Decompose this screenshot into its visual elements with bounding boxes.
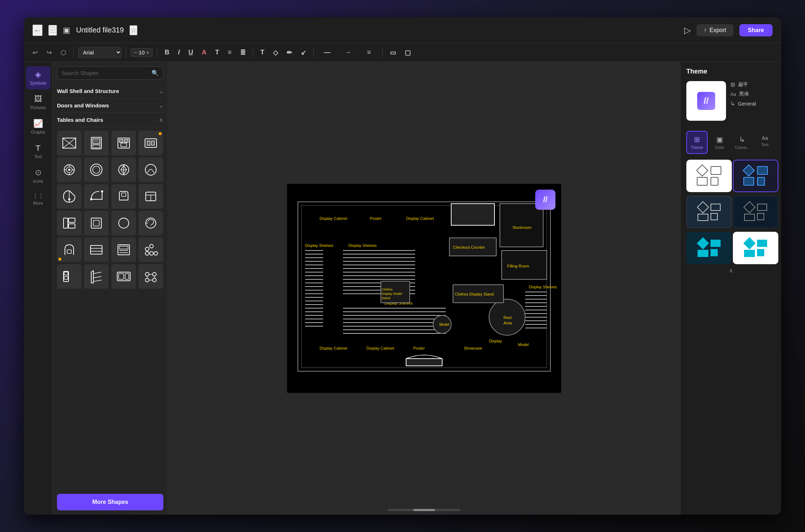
tables-section-title: Tables and Chairs: [57, 117, 103, 123]
shape-item-20[interactable]: [138, 238, 163, 262]
shape-item-19[interactable]: [111, 238, 136, 262]
shape-col-1: [697, 166, 708, 186]
doors-section-header[interactable]: Doors and Windows ⌄: [57, 98, 163, 113]
canvas-content: Display Cabinet Poster Display Cabinet L…: [287, 184, 561, 393]
tab-text[interactable]: Aa Text: [754, 131, 775, 154]
shape-item-7[interactable]: [111, 158, 136, 182]
shape-item-2[interactable]: [84, 131, 109, 155]
svg-rect-56: [64, 272, 68, 275]
font-color-button[interactable]: A: [199, 47, 209, 58]
shape-item-23[interactable]: [111, 264, 136, 289]
sidebar-item-text[interactable]: T Text: [26, 140, 50, 163]
card-rect-9: [711, 213, 718, 220]
back-button[interactable]: ←: [32, 25, 43, 36]
shape-item-14[interactable]: [84, 211, 109, 235]
shape-item-4[interactable]: [138, 131, 163, 155]
share-button[interactable]: Share: [739, 24, 773, 36]
play-button[interactable]: ▷: [684, 25, 691, 35]
card-diamond-6: [743, 237, 756, 249]
rect-shape-button[interactable]: ▭: [387, 47, 399, 58]
svg-text:Display Cabinet: Display Cabinet: [366, 346, 394, 350]
main-content: ◈ Symbols 🖼 Pictures 📈 Graphs T Text ⊙ I…: [24, 62, 781, 515]
shape-item-8[interactable]: [138, 158, 163, 182]
scroll-up-button[interactable]: ∧: [729, 267, 733, 274]
line-style-button[interactable]: —: [318, 47, 336, 58]
search-input[interactable]: [62, 70, 149, 76]
sidebar-item-pictures[interactable]: 🖼 Pictures: [26, 91, 50, 114]
shape-item-18[interactable]: [84, 238, 109, 262]
font-size-decrease[interactable]: −: [134, 49, 137, 56]
sidebar-item-symbols[interactable]: ◈ Symbols: [26, 66, 50, 89]
font-size-increase[interactable]: +: [146, 49, 149, 56]
export-button[interactable]: ↑ Export: [696, 24, 733, 36]
card-diamond-2: [743, 164, 755, 177]
shape-item-9[interactable]: [57, 184, 82, 209]
search-input-wrap[interactable]: 🔍: [57, 66, 163, 80]
underline-button[interactable]: U: [185, 47, 196, 58]
shape-item-24[interactable]: [138, 264, 163, 289]
canvas-scrollbar-thumb: [413, 509, 435, 511]
theme-card-dark-alt[interactable]: [733, 196, 778, 228]
tab-theme[interactable]: ⊞ Theme: [686, 131, 708, 154]
shape-item-13[interactable]: [57, 211, 82, 235]
svg-text:Showcase: Showcase: [464, 346, 482, 350]
export-icon: ↑: [704, 27, 707, 34]
shape-item-11[interactable]: [111, 184, 136, 209]
more-shapes-button[interactable]: More Shapes: [57, 494, 163, 510]
shape-item-10[interactable]: [84, 184, 109, 209]
card-diamond-3: [697, 201, 709, 213]
undo-button[interactable]: ↩: [30, 47, 41, 58]
theme-card-dark-blue[interactable]: [733, 160, 778, 192]
sidebar-item-graphs[interactable]: 📈 Graphs: [26, 115, 50, 138]
shape-item-15[interactable]: [111, 211, 136, 235]
svg-text:Rest: Rest: [503, 315, 512, 320]
shape-item-12[interactable]: [138, 184, 163, 209]
shape-item-17[interactable]: [57, 238, 82, 262]
shape-item-6[interactable]: [84, 158, 109, 182]
shadow-button[interactable]: ▢: [402, 47, 414, 58]
tab-connector[interactable]: ↳ Conne...: [732, 131, 753, 154]
svg-point-15: [68, 169, 70, 171]
doors-section-title: Doors and Windows: [57, 102, 109, 108]
wall-section-header[interactable]: Wall Shell and Structure ⌄: [57, 84, 163, 98]
theme-card-dark-selected[interactable]: [686, 196, 732, 228]
logo-button[interactable]: //: [535, 190, 555, 210]
text-insert-button[interactable]: T: [258, 47, 267, 58]
fill-button[interactable]: ◇: [270, 47, 281, 58]
canvas-scrollbar[interactable]: [388, 509, 460, 511]
font-family-select[interactable]: Arial Times New Roman: [78, 47, 122, 58]
orange-dot-1: [159, 132, 162, 135]
shape-item-5[interactable]: [57, 158, 82, 182]
theme-card-teal-dark[interactable]: [686, 232, 732, 264]
sidebar-item-icons[interactable]: ⊙ Icons: [26, 164, 50, 187]
bold-button[interactable]: B: [162, 47, 172, 58]
shape-item-16[interactable]: [138, 211, 163, 235]
path-button[interactable]: ↙: [298, 47, 309, 58]
line-spacing-button[interactable]: ≣: [237, 47, 248, 58]
shape-item-1[interactable]: [57, 131, 82, 155]
arrow-style-button[interactable]: →: [339, 47, 357, 58]
redo-button[interactable]: ↪: [44, 47, 55, 58]
theme-card-white-light[interactable]: [686, 160, 732, 192]
clear-format-button[interactable]: ⬡: [58, 47, 69, 58]
favorite-button[interactable]: ☆: [129, 25, 137, 35]
card-rect-18: [757, 249, 764, 256]
tab-text-icon: Aa: [762, 135, 768, 141]
svg-rect-154: [406, 359, 442, 366]
sidebar-item-more[interactable]: ⋮⋮ More: [26, 189, 50, 209]
tables-section-header[interactable]: Tables and Chairs ∧: [57, 113, 163, 127]
shape-item-21[interactable]: [57, 264, 82, 289]
pen-button[interactable]: ✏: [284, 47, 295, 58]
theme-card-teal-light[interactable]: [733, 232, 778, 264]
shape-item-3[interactable]: [111, 131, 136, 155]
align-button[interactable]: ≡: [225, 47, 234, 58]
canvas-area[interactable]: Display Cabinet Poster Display Cabinet L…: [168, 62, 680, 515]
tab-color[interactable]: ▣ Color: [709, 131, 730, 154]
card-rect-6: [757, 177, 765, 186]
border-style-button[interactable]: ≡: [360, 47, 378, 58]
text-format-button[interactable]: T: [212, 47, 222, 58]
italic-button[interactable]: I: [175, 47, 182, 58]
shape-item-22[interactable]: [84, 264, 109, 289]
card-rect-8: [711, 204, 721, 211]
menu-button[interactable]: ☰: [48, 25, 57, 36]
